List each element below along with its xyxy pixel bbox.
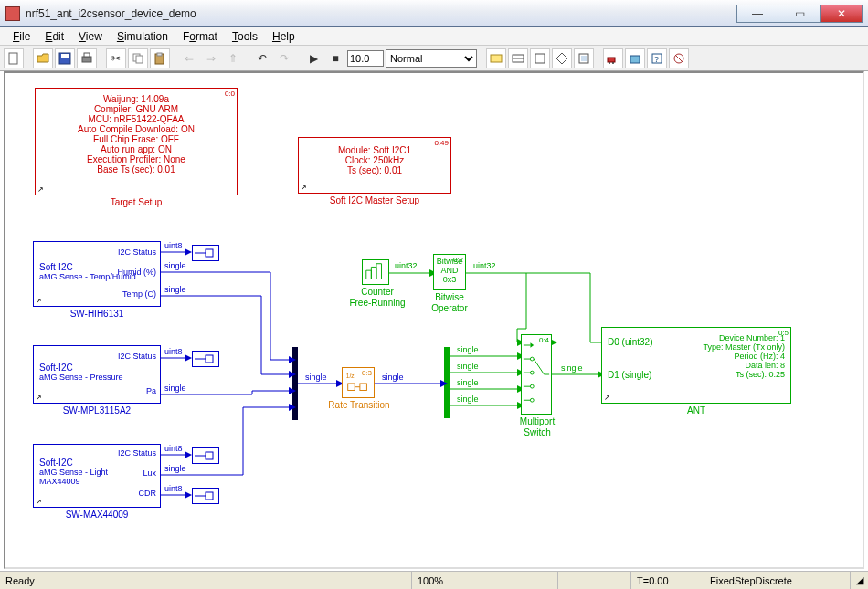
block-bitwise[interactable]: 0:2 Bitwise AND 0x3 (433, 254, 466, 290)
block-hih6131[interactable]: Soft-I2C aMG Sense - Temp/Humid I2C Stat… (33, 241, 161, 307)
block-i2c-setup[interactable]: 0:49 Module: Soft I2C1 Clock: 250kHz Ts … (298, 137, 451, 194)
status-zoom: 100% (411, 572, 557, 589)
svg-rect-12 (535, 54, 545, 63)
caption-counter2: Free-Running (342, 298, 413, 308)
tb-icon-9[interactable] (669, 48, 689, 68)
svg-marker-27 (289, 371, 296, 378)
svg-marker-31 (289, 404, 296, 411)
menu-edit[interactable]: Edit (37, 28, 71, 45)
run-button[interactable]: ▶ (303, 48, 323, 68)
svg-marker-28 (185, 354, 192, 362)
caption-bitwise1: Bitwise (422, 292, 477, 302)
menu-tools[interactable]: Tools (225, 28, 265, 45)
paste-button[interactable] (150, 48, 170, 68)
svg-rect-24 (444, 347, 450, 418)
link-icon: ↗ (36, 394, 42, 402)
svg-rect-52 (348, 384, 355, 391)
caption-counter1: Counter (342, 287, 413, 297)
svg-point-16 (609, 62, 610, 64)
svg-marker-26 (289, 356, 296, 363)
menu-format[interactable]: Format (175, 28, 225, 45)
svg-point-58 (530, 357, 534, 361)
nav-up-button[interactable]: ⇑ (223, 48, 243, 68)
model-canvas[interactable]: 0:0 Waijung: 14.09a Compiler: GNU ARM MC… (4, 71, 864, 569)
tb-icon-7[interactable] (625, 48, 645, 68)
svg-marker-29 (289, 387, 296, 394)
link-icon: ↗ (301, 184, 307, 192)
svg-marker-56 (530, 342, 534, 348)
block-ant[interactable]: 0:5 D0 (uint32) D1 (single) Device Numbe… (601, 327, 791, 404)
nav-back-button[interactable]: ⇐ (179, 48, 199, 68)
print-button[interactable] (77, 48, 97, 68)
menu-file[interactable]: File (5, 28, 37, 45)
svg-rect-4 (84, 53, 90, 57)
svg-rect-50 (206, 492, 213, 500)
caption-bitwise2: Operator (422, 303, 477, 313)
tb-icon-2[interactable] (508, 48, 528, 68)
new-button[interactable] (4, 48, 24, 68)
cut-button[interactable]: ✂ (106, 48, 126, 68)
link-icon: ↗ (37, 185, 44, 194)
tb-icon-8[interactable]: ? (647, 48, 667, 68)
menubar: File Edit View Simulation Format Tools H… (0, 27, 868, 46)
redo-button[interactable]: ↷ (274, 48, 294, 68)
terminator-mpl-status[interactable] (192, 351, 219, 367)
tb-icon-5[interactable] (574, 48, 594, 68)
svg-rect-53 (360, 384, 367, 391)
svg-text:1/z: 1/z (346, 373, 355, 379)
status-time: T=0.00 (630, 572, 704, 589)
menu-simulation[interactable]: Simulation (110, 28, 175, 45)
status-bar: Ready 100% T=0.00 FixedStepDiscrete ◢ (0, 571, 868, 589)
block-counter[interactable] (362, 259, 389, 285)
minimize-button[interactable]: — (736, 5, 778, 23)
caption-mps1: Multiport (510, 416, 565, 426)
svg-rect-46 (206, 355, 213, 363)
svg-point-17 (612, 62, 614, 64)
window-titlebar: nrf51_ant_i2csensor_device_demo — ▭ ✕ (0, 0, 868, 27)
link-icon: ↗ (36, 297, 42, 305)
svg-marker-30 (185, 451, 192, 458)
tb-icon-3[interactable] (530, 48, 550, 68)
svg-rect-15 (608, 58, 615, 62)
svg-rect-9 (491, 55, 502, 62)
terminator-max-cdr[interactable] (192, 488, 219, 504)
svg-rect-2 (61, 54, 69, 58)
toolbar: ✂ ⇐ ⇒ ⇑ ↶ ↷ ▶ ■ Normal ? (0, 46, 868, 71)
nav-fwd-button[interactable]: ⇒ (201, 48, 221, 68)
link-icon: ↗ (36, 498, 42, 506)
stop-time-input[interactable] (347, 50, 384, 67)
block-multiport-switch[interactable]: 0:4 (521, 334, 552, 415)
svg-rect-48 (206, 452, 213, 459)
block-mpl3115a2[interactable]: Soft-I2C aMG Sense - Pressure I2C Status… (33, 345, 161, 404)
tb-icon-6[interactable] (603, 48, 623, 68)
tb-icon-1[interactable] (486, 48, 506, 68)
svg-marker-25 (185, 248, 192, 256)
terminator-hih-status[interactable] (192, 245, 219, 261)
block-target-setup[interactable]: 0:0 Waijung: 14.09a Compiler: GNU ARM MC… (35, 88, 238, 195)
save-button[interactable] (55, 48, 75, 68)
caption-i2c-setup: Soft I2C Master Setup (298, 195, 451, 205)
block-rate-transition[interactable]: 0:3 1/z (342, 367, 375, 398)
stop-button[interactable]: ■ (325, 48, 345, 68)
copy-button[interactable] (128, 48, 148, 68)
svg-point-64 (530, 398, 534, 402)
svg-line-22 (675, 55, 683, 62)
maximize-button[interactable]: ▭ (778, 5, 820, 23)
menu-view[interactable]: View (71, 28, 110, 45)
menu-help[interactable]: Help (265, 28, 302, 45)
sim-mode-select[interactable]: Normal (386, 49, 477, 68)
block-max44009[interactable]: Soft-I2C aMG Sense - Light MAX44009 I2C … (33, 444, 161, 508)
app-icon (5, 6, 20, 21)
svg-rect-18 (630, 56, 640, 63)
undo-button[interactable]: ↶ (252, 48, 272, 68)
resize-grip[interactable]: ◢ (850, 572, 868, 589)
tb-icon-4[interactable] (552, 48, 572, 68)
caption-target-setup: Target Setup (35, 197, 238, 207)
close-button[interactable]: ✕ (820, 5, 863, 23)
caption-mps2: Switch (510, 427, 565, 437)
svg-rect-3 (82, 57, 91, 62)
terminator-max-status[interactable] (192, 447, 219, 464)
open-button[interactable] (33, 48, 53, 68)
svg-marker-32 (185, 491, 192, 499)
svg-point-60 (530, 371, 534, 374)
